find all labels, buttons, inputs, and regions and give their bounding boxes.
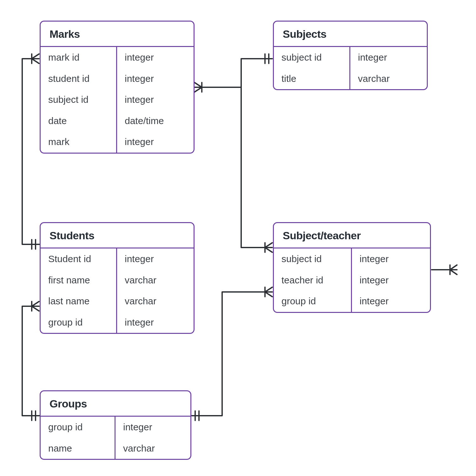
entity-title: Students: [41, 223, 194, 248]
field-type: integer: [352, 291, 430, 312]
field-name: title: [274, 68, 349, 89]
field-type: varchar: [117, 270, 194, 291]
entity-students: Students Student id first name last name…: [40, 222, 195, 334]
er-diagram-canvas: Marks mark id student id subject id date…: [0, 0, 476, 476]
entity-title: Subjects: [274, 22, 427, 47]
field-name: mark: [41, 131, 116, 153]
field-name: subject id: [274, 248, 351, 270]
field-name: group id: [274, 291, 351, 312]
field-name: name: [41, 438, 115, 459]
field-name: group id: [41, 312, 116, 333]
field-name: teacher id: [274, 270, 351, 291]
field-type: integer: [117, 248, 194, 270]
field-name: last name: [41, 291, 116, 312]
entity-title: Marks: [41, 22, 194, 47]
field-type: integer: [116, 417, 190, 438]
field-type: integer: [350, 47, 427, 68]
entity-subjects: Subjects subject id title integer varcha…: [273, 21, 428, 90]
field-type: varchar: [117, 291, 194, 312]
field-type: integer: [352, 248, 430, 270]
field-name: subject id: [41, 89, 116, 110]
field-name: mark id: [41, 47, 116, 68]
entity-title: Groups: [41, 391, 190, 417]
field-type: integer: [117, 131, 194, 153]
entity-title: Subject/teacher: [274, 223, 430, 248]
field-name: date: [41, 110, 116, 132]
field-name: group id: [41, 417, 115, 438]
entity-subject-teacher: Subject/teacher subject id teacher id gr…: [273, 222, 431, 313]
field-type: integer: [117, 47, 194, 68]
field-name: Student id: [41, 248, 116, 270]
field-type: integer: [352, 270, 430, 291]
field-name: first name: [41, 270, 116, 291]
field-type: varchar: [350, 68, 427, 89]
field-type: integer: [117, 89, 194, 110]
entity-marks: Marks mark id student id subject id date…: [40, 21, 195, 154]
field-name: student id: [41, 68, 116, 89]
field-type: integer: [117, 68, 194, 89]
field-type: varchar: [116, 438, 190, 459]
field-type: date/time: [117, 110, 194, 132]
field-name: subject id: [274, 47, 349, 68]
entity-groups: Groups group id name integer varchar: [40, 390, 191, 460]
field-type: integer: [117, 312, 194, 333]
